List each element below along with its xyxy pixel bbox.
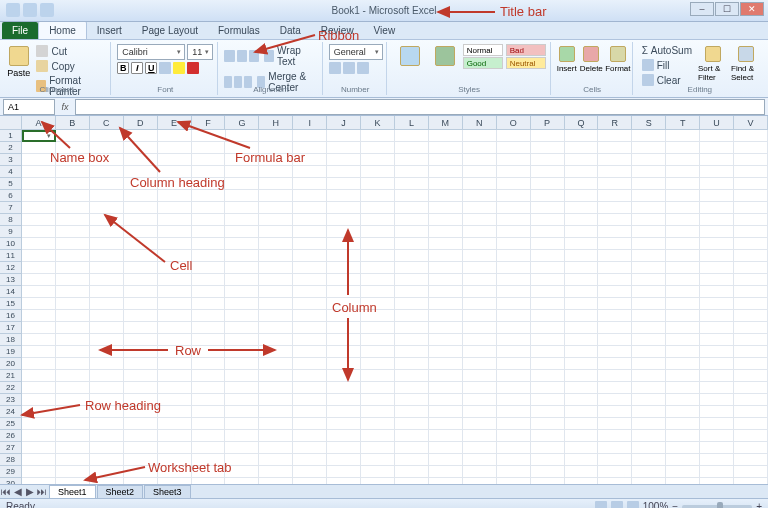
- cell[interactable]: [124, 214, 158, 226]
- cell[interactable]: [565, 382, 599, 394]
- sheet-nav-last[interactable]: ⏭: [36, 486, 48, 497]
- cell[interactable]: [158, 442, 192, 454]
- column-header-M[interactable]: M: [429, 116, 463, 129]
- cell[interactable]: [90, 454, 124, 466]
- cell[interactable]: [734, 262, 768, 274]
- cell[interactable]: [56, 346, 90, 358]
- cell[interactable]: [361, 166, 395, 178]
- cell[interactable]: [666, 250, 700, 262]
- row-header-12[interactable]: 12: [0, 262, 21, 274]
- cell[interactable]: [666, 322, 700, 334]
- cell[interactable]: [225, 142, 259, 154]
- cell[interactable]: [463, 262, 497, 274]
- cell[interactable]: [225, 406, 259, 418]
- cell[interactable]: [361, 298, 395, 310]
- column-header-J[interactable]: J: [327, 116, 361, 129]
- cell[interactable]: [192, 442, 226, 454]
- cell[interactable]: [259, 334, 293, 346]
- style-bad[interactable]: Bad: [506, 44, 546, 56]
- cell[interactable]: [497, 454, 531, 466]
- cell[interactable]: [734, 154, 768, 166]
- cell[interactable]: [259, 418, 293, 430]
- minimize-button[interactable]: –: [690, 2, 714, 16]
- cell[interactable]: [327, 466, 361, 478]
- cell[interactable]: [700, 274, 734, 286]
- column-header-I[interactable]: I: [293, 116, 327, 129]
- cell[interactable]: [361, 382, 395, 394]
- cell[interactable]: [666, 418, 700, 430]
- cell[interactable]: [632, 466, 666, 478]
- cell[interactable]: [632, 226, 666, 238]
- autosum-button[interactable]: ΣAutoSum: [639, 44, 695, 57]
- cell[interactable]: [429, 262, 463, 274]
- cell[interactable]: [293, 178, 327, 190]
- row-header-17[interactable]: 17: [0, 322, 21, 334]
- row-header-20[interactable]: 20: [0, 358, 21, 370]
- cell[interactable]: [124, 250, 158, 262]
- row-header-25[interactable]: 25: [0, 418, 21, 430]
- cell[interactable]: [327, 178, 361, 190]
- cell[interactable]: [700, 346, 734, 358]
- cell[interactable]: [361, 454, 395, 466]
- cell[interactable]: [225, 286, 259, 298]
- cell[interactable]: [463, 430, 497, 442]
- column-header-R[interactable]: R: [598, 116, 632, 129]
- cell[interactable]: [361, 442, 395, 454]
- cell[interactable]: [56, 178, 90, 190]
- cell[interactable]: [226, 130, 260, 142]
- cell[interactable]: [429, 142, 463, 154]
- row-header-11[interactable]: 11: [0, 250, 21, 262]
- cell[interactable]: [124, 322, 158, 334]
- cell[interactable]: [293, 382, 327, 394]
- cell[interactable]: [56, 322, 90, 334]
- cell[interactable]: [293, 202, 327, 214]
- cell[interactable]: [22, 142, 56, 154]
- cell[interactable]: [632, 394, 666, 406]
- cell[interactable]: [327, 262, 361, 274]
- cell[interactable]: [531, 418, 565, 430]
- cell[interactable]: [666, 358, 700, 370]
- cell[interactable]: [22, 394, 56, 406]
- cell[interactable]: [395, 274, 429, 286]
- cell[interactable]: [700, 406, 734, 418]
- cell[interactable]: [565, 274, 599, 286]
- cell[interactable]: [598, 346, 632, 358]
- cell[interactable]: [259, 394, 293, 406]
- cell[interactable]: [700, 418, 734, 430]
- cell[interactable]: [463, 334, 497, 346]
- cell[interactable]: [531, 178, 565, 190]
- cell[interactable]: [734, 406, 768, 418]
- cell[interactable]: [293, 322, 327, 334]
- cell[interactable]: [90, 466, 124, 478]
- font-size-select[interactable]: 11: [187, 44, 213, 60]
- cell[interactable]: [259, 178, 293, 190]
- cell[interactable]: [429, 166, 463, 178]
- cell[interactable]: [598, 202, 632, 214]
- cell[interactable]: [225, 394, 259, 406]
- row-header-18[interactable]: 18: [0, 334, 21, 346]
- cell[interactable]: [293, 130, 327, 142]
- cell[interactable]: [192, 286, 226, 298]
- cell[interactable]: [158, 214, 192, 226]
- cell[interactable]: [497, 394, 531, 406]
- cell[interactable]: [90, 322, 124, 334]
- cell[interactable]: [395, 406, 429, 418]
- cell[interactable]: [259, 214, 293, 226]
- cell[interactable]: [531, 406, 565, 418]
- cell[interactable]: [666, 466, 700, 478]
- row-header-1[interactable]: 1: [0, 130, 21, 142]
- cell[interactable]: [565, 298, 599, 310]
- cell[interactable]: [429, 226, 463, 238]
- cell[interactable]: [56, 478, 90, 484]
- cell[interactable]: [124, 430, 158, 442]
- cell[interactable]: [22, 382, 56, 394]
- row-header-29[interactable]: 29: [0, 466, 21, 478]
- align-top-icon[interactable]: [224, 50, 234, 62]
- cell[interactable]: [361, 286, 395, 298]
- cell[interactable]: [598, 382, 632, 394]
- cell[interactable]: [22, 406, 56, 418]
- cell[interactable]: [327, 394, 361, 406]
- bold-button[interactable]: B: [117, 62, 129, 74]
- cell[interactable]: [463, 166, 497, 178]
- cell[interactable]: [598, 286, 632, 298]
